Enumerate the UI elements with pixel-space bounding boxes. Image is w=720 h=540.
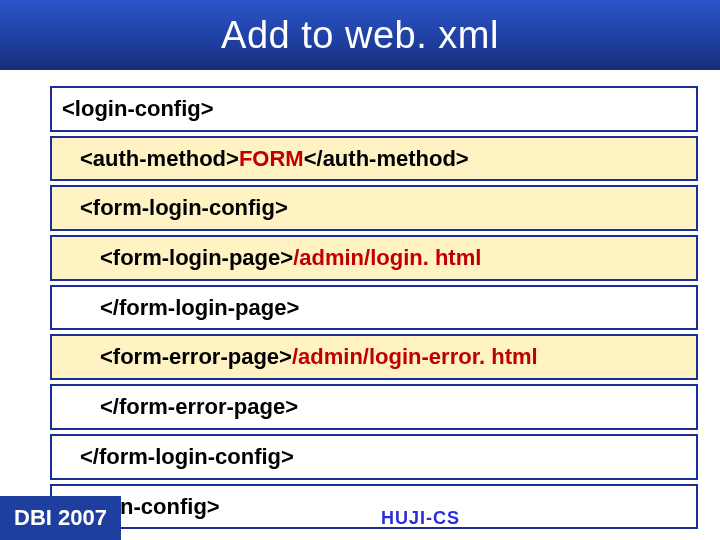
footer-center: HUJI-CS [121,508,720,529]
code-block: <login-config> <auth-method>FORM</auth-m… [0,70,720,529]
code-pre: <login-config> [62,94,214,124]
code-pre: <form-login-config> [80,193,288,223]
code-val: /admin/login-error. html [292,342,538,372]
code-line: <form-login-config> [50,185,698,231]
footer: DBI 2007 HUJI-CS [0,496,720,540]
code-line: </form-login-page> [50,285,698,331]
code-pre: <form-error-page> [100,342,292,372]
code-pre: </form-login-page> [100,293,299,323]
code-val: FORM [239,144,304,174]
code-pre: <auth-method> [80,144,239,174]
slide-title-bar: Add to web. xml [0,0,720,70]
code-line: </form-error-page> [50,384,698,430]
footer-left: DBI 2007 [0,496,121,540]
code-line: <login-config> [50,86,698,132]
slide-title: Add to web. xml [221,14,499,57]
code-val: /admin/login. html [293,243,481,273]
code-line: <auth-method>FORM</auth-method> [50,136,698,182]
code-line: <form-login-page>/admin/login. html [50,235,698,281]
code-pre: </form-error-page> [100,392,298,422]
code-pre: <form-login-page> [100,243,293,273]
code-post: </auth-method> [304,144,469,174]
code-line: <form-error-page>/admin/login-error. htm… [50,334,698,380]
code-pre: </form-login-config> [80,442,294,472]
code-line: </form-login-config> [50,434,698,480]
